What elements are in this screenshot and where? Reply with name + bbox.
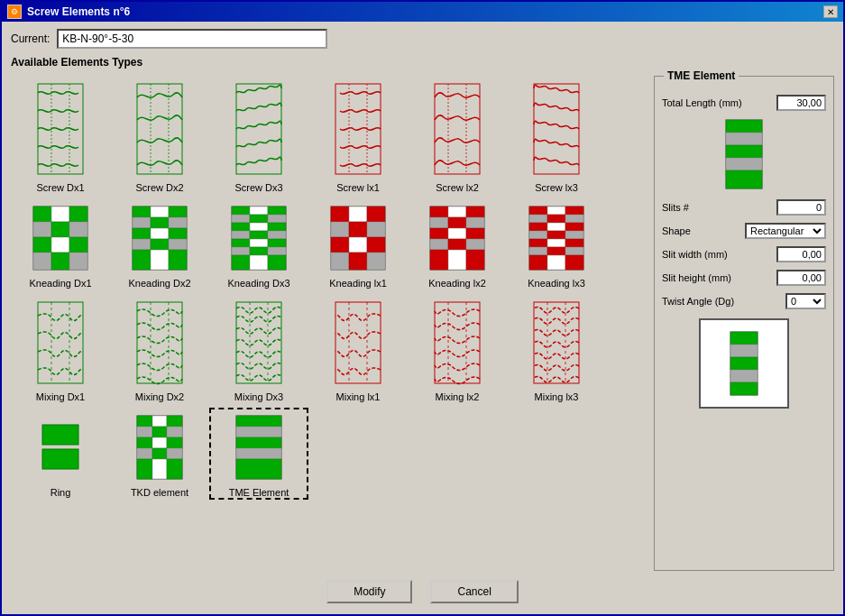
current-input[interactable] <box>57 29 327 49</box>
element-screw-dx1[interactable]: Screw Dx1 <box>11 76 110 195</box>
svg-rect-89 <box>466 207 484 217</box>
svg-rect-86 <box>448 228 466 239</box>
mixing-dx2-label: Mixing Dx2 <box>135 391 184 402</box>
slit-height-input[interactable] <box>776 270 826 286</box>
total-length-label: Total Length (mm) <box>662 97 742 108</box>
svg-rect-48 <box>232 239 250 247</box>
slits-input[interactable] <box>776 199 826 216</box>
element-screw-dx2[interactable]: Screw Dx2 <box>110 76 209 195</box>
svg-rect-15 <box>33 207 51 222</box>
svg-rect-97 <box>529 223 547 231</box>
svg-rect-99 <box>529 239 547 247</box>
svg-rect-87 <box>448 239 466 250</box>
svg-rect-103 <box>547 215 565 223</box>
element-screw-dx3[interactable]: Screw Dx3 <box>209 76 308 195</box>
svg-rect-154 <box>236 427 281 437</box>
twist-angle-row: Twist Angle (Dg) 0 30 45 60 90 <box>662 293 826 309</box>
element-screw-lx1[interactable]: Screw lx1 <box>308 76 408 195</box>
svg-rect-71 <box>349 222 367 237</box>
svg-rect-111 <box>565 223 583 231</box>
svg-rect-32 <box>133 250 151 270</box>
svg-rect-77 <box>367 253 385 270</box>
main-window: ⚙ Screw Elements n°6 ✕ Current: Availabl… <box>0 0 845 616</box>
svg-rect-52 <box>250 215 268 223</box>
svg-rect-76 <box>367 237 385 253</box>
element-kneading-dx1[interactable]: Kneading Dx1 <box>11 198 110 290</box>
element-tkd[interactable]: TKD element <box>110 408 209 500</box>
cancel-button[interactable]: Cancel <box>430 580 518 603</box>
svg-rect-44 <box>232 207 250 215</box>
kneading-row: Kneading Dx1 <box>11 198 645 290</box>
svg-rect-64 <box>268 255 286 270</box>
svg-rect-141 <box>137 459 152 479</box>
total-length-input[interactable] <box>776 95 826 111</box>
svg-rect-160 <box>726 133 762 145</box>
svg-rect-24 <box>69 222 87 237</box>
slit-width-row: Slit width (mm) <box>662 246 826 262</box>
element-screw-lx2[interactable]: Screw lx2 <box>408 76 507 195</box>
element-kneading-dx2[interactable]: Kneading Dx2 <box>110 198 209 290</box>
slit-width-input[interactable] <box>776 246 826 262</box>
tme-label: TME Element <box>229 487 289 498</box>
element-tme[interactable]: TME Element <box>209 408 308 500</box>
svg-rect-147 <box>167 416 182 427</box>
modify-button[interactable]: Modify <box>326 580 412 603</box>
svg-rect-104 <box>547 223 565 231</box>
svg-rect-37 <box>151 250 169 270</box>
close-button[interactable]: ✕ <box>823 5 838 18</box>
ring-label: Ring <box>51 487 71 498</box>
svg-rect-150 <box>167 448 182 459</box>
svg-rect-167 <box>730 357 758 370</box>
screw-dx2-label: Screw Dx2 <box>135 182 183 193</box>
screw-dx3-label: Screw Dx3 <box>234 182 282 193</box>
svg-rect-156 <box>236 448 281 459</box>
svg-rect-20 <box>51 222 69 237</box>
svg-rect-122 <box>236 302 281 383</box>
svg-rect-90 <box>466 217 484 228</box>
element-screw-lx3[interactable]: Screw lx3 <box>507 76 606 195</box>
current-row: Current: <box>11 29 834 49</box>
section-title: Available Elements Types <box>11 56 834 69</box>
app-icon: ⚙ <box>7 5 22 19</box>
element-mixing-lx1[interactable]: Mixing lx1 <box>308 294 408 404</box>
svg-rect-53 <box>250 223 268 231</box>
twist-angle-select[interactable]: 0 30 45 60 90 <box>785 293 826 309</box>
element-kneading-lx3[interactable]: Kneading lx3 <box>507 198 606 290</box>
svg-rect-155 <box>236 437 281 448</box>
svg-rect-88 <box>448 250 466 270</box>
svg-rect-112 <box>565 231 583 239</box>
element-mixing-dx3[interactable]: Mixing Dx3 <box>209 294 308 404</box>
shape-select[interactable]: Rectangular Round Trapezoidal <box>745 223 826 239</box>
svg-rect-46 <box>232 223 250 231</box>
screw-dx1-label: Screw Dx1 <box>36 182 84 193</box>
buttons-row: Modify Cancel <box>11 571 834 607</box>
svg-rect-47 <box>232 231 250 239</box>
svg-rect-107 <box>547 247 565 255</box>
svg-rect-50 <box>232 255 250 270</box>
svg-rect-169 <box>730 382 758 395</box>
screw-lx3-label: Screw lx3 <box>535 182 578 193</box>
svg-rect-93 <box>466 250 484 270</box>
element-kneading-lx2[interactable]: Kneading lx2 <box>408 198 507 290</box>
svg-rect-28 <box>133 207 151 217</box>
svg-rect-161 <box>726 145 762 158</box>
svg-rect-19 <box>51 207 69 222</box>
svg-rect-42 <box>169 250 187 270</box>
svg-rect-135 <box>42 449 78 469</box>
element-ring[interactable]: Ring <box>11 408 110 500</box>
element-kneading-dx3[interactable]: Kneading Dx3 <box>209 198 308 290</box>
svg-rect-79 <box>430 207 448 217</box>
svg-rect-162 <box>726 158 762 170</box>
element-kneading-lx1[interactable]: Kneading lx1 <box>308 198 408 290</box>
element-mixing-lx2[interactable]: Mixing lx2 <box>408 294 507 404</box>
svg-rect-149 <box>167 437 182 448</box>
svg-rect-140 <box>137 448 152 459</box>
svg-rect-143 <box>152 427 167 437</box>
svg-rect-30 <box>133 228 151 239</box>
svg-rect-40 <box>169 228 187 239</box>
element-mixing-dx1[interactable]: Mixing Dx1 <box>11 294 110 404</box>
element-mixing-lx3[interactable]: Mixing lx3 <box>507 294 606 404</box>
kneading-lx3-label: Kneading lx3 <box>528 278 585 289</box>
tme-panel: TME Element Total Length (mm) <box>654 76 834 571</box>
element-mixing-dx2[interactable]: Mixing Dx2 <box>110 294 209 404</box>
